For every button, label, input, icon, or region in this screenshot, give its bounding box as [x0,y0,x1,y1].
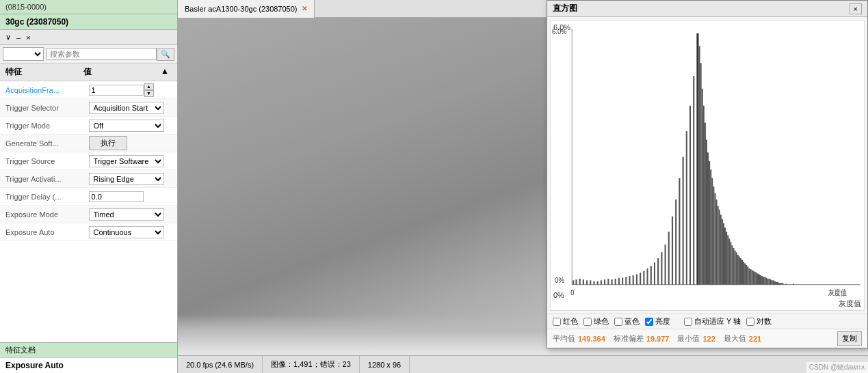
svg-rect-42 [699,46,700,284]
svg-rect-69 [737,255,739,285]
svg-rect-29 [654,262,655,284]
trigger-delay-input[interactable] [89,191,144,202]
search-input[interactable] [47,48,157,60]
svg-rect-59 [723,223,724,285]
histogram-close-button[interactable]: × [850,3,862,14]
histogram-checkboxes: 红色 绿色 蓝色 亮度 自动适应 Y 轴 对数 [547,314,867,329]
checkbox-blue-label: 蓝色 [624,316,640,327]
svg-rect-40 [693,76,694,285]
param-value: Trigger Software [89,155,172,167]
acq-fra-input[interactable] [89,85,144,96]
svg-rect-44 [702,89,703,285]
svg-rect-91 [769,279,770,285]
trigger-selector-select[interactable]: Acquisition Start [89,102,164,114]
checkbox-blue: 蓝色 [614,316,640,327]
trigger-activation-select[interactable]: Rising Edge [89,173,164,185]
execute-button[interactable]: 执行 [89,136,127,150]
param-name: Exposure Auto [5,228,89,236]
stat-stddev-label: 标准偏差 [614,333,644,344]
checkbox-brightness-input[interactable] [645,318,653,326]
svg-rect-87 [763,277,764,284]
svg-rect-56 [719,210,720,285]
svg-rect-18 [615,279,616,285]
svg-text:灰度值: 灰度值 [828,288,847,296]
stat-mean-label: 平均值 [553,333,575,344]
resolution-status: 1280 x 96 [360,356,410,373]
checkbox-mirror-input[interactable] [746,318,754,326]
svg-rect-74 [744,263,746,284]
trigger-source-select[interactable]: Trigger Software [89,155,164,167]
svg-rect-30 [657,258,659,285]
param-row: Trigger Selector Acquisition Start [0,99,177,117]
svg-rect-83 [757,273,759,284]
svg-rect-93 [772,280,773,284]
svg-rect-60 [724,227,726,285]
svg-rect-49 [709,161,710,285]
svg-rect-67 [735,251,736,285]
stat-mean-value: 149.364 [578,335,605,343]
checkbox-blue-input[interactable] [614,318,622,326]
checkbox-green: 绿色 [583,316,609,327]
svg-rect-102 [786,284,787,284]
spin-down[interactable]: ▼ [144,90,154,97]
param-value: Rising Edge [89,173,172,185]
histogram-chart: 6.0% 0% 灰度值 6.0% 0% 灰度值 0 [550,20,865,311]
left-panel-toolbar: ∨ – × [0,30,177,45]
param-name: Trigger Mode [5,122,89,130]
feature-col-header: 特征 [5,66,83,78]
param-value: ▲ ▼ [89,83,172,97]
histogram-panel: 直方图 × 6.0% 0% 灰度值 6.0% 0% 灰度值 0 [547,0,868,348]
svg-rect-57 [720,215,722,284]
svg-rect-16 [607,279,609,285]
checkbox-autoy-input[interactable] [684,318,692,326]
svg-rect-11 [590,280,591,284]
search-button[interactable]: 🔍 [157,48,174,61]
checkbox-green-label: 绿色 [594,316,609,327]
svg-rect-21 [625,277,627,284]
svg-rect-78 [750,269,751,284]
exposure-mode-select[interactable]: Timed [89,208,164,221]
stat-max-value: 221 [749,335,761,343]
device-name: 30gc (23087050) [0,14,177,30]
svg-rect-32 [665,245,666,285]
tab-close-icon[interactable]: ✕ [302,5,307,12]
trigger-mode-select[interactable]: Off [89,120,164,132]
svg-rect-41 [696,33,698,285]
svg-rect-28 [650,266,652,284]
app-container: (0815-0000) 30gc (23087050) ∨ – × 🔍 特征 值… [0,0,868,373]
exposure-auto-select[interactable]: Continuous [89,226,164,238]
status-bar: 20.0 fps (24.6 MB/s) 图像：1,491；错误：23 1280… [178,355,868,373]
svg-text:6.0%: 6.0% [552,27,566,36]
tab-item[interactable]: Basler acA1300-30gc (23087050) ✕ [178,0,315,18]
svg-text:0%: 0% [555,276,564,284]
svg-rect-80 [753,271,754,285]
checkbox-green-input[interactable] [583,318,592,326]
svg-rect-54 [715,199,717,285]
svg-rect-77 [748,268,750,285]
pin-btn[interactable]: – [14,32,23,43]
svg-rect-34 [672,217,673,285]
scroll-col-header: ▲ [161,66,172,78]
svg-rect-82 [756,273,757,284]
min-btn[interactable]: ∨ [3,31,14,43]
svg-text:0: 0 [570,288,574,296]
svg-rect-24 [636,275,637,285]
histogram-copy-button[interactable]: 复制 [837,331,862,346]
svg-rect-103 [793,284,794,284]
param-name: Trigger Activati... [5,175,89,183]
svg-rect-52 [713,186,714,284]
svg-rect-94 [773,280,774,284]
checkbox-red-input[interactable] [553,318,561,326]
svg-rect-36 [679,178,680,285]
stat-min-label: 最小值 [677,333,700,344]
search-dropdown[interactable] [3,47,44,61]
svg-rect-19 [618,278,620,285]
svg-rect-17 [611,279,612,284]
svg-rect-79 [752,270,753,284]
close-btn[interactable]: × [23,32,33,43]
svg-rect-76 [747,266,748,284]
histogram-title: 直方图 [553,3,577,14]
spin-up[interactable]: ▲ [144,83,154,90]
svg-rect-92 [770,279,772,284]
checkbox-mirror: 对数 [746,316,772,327]
